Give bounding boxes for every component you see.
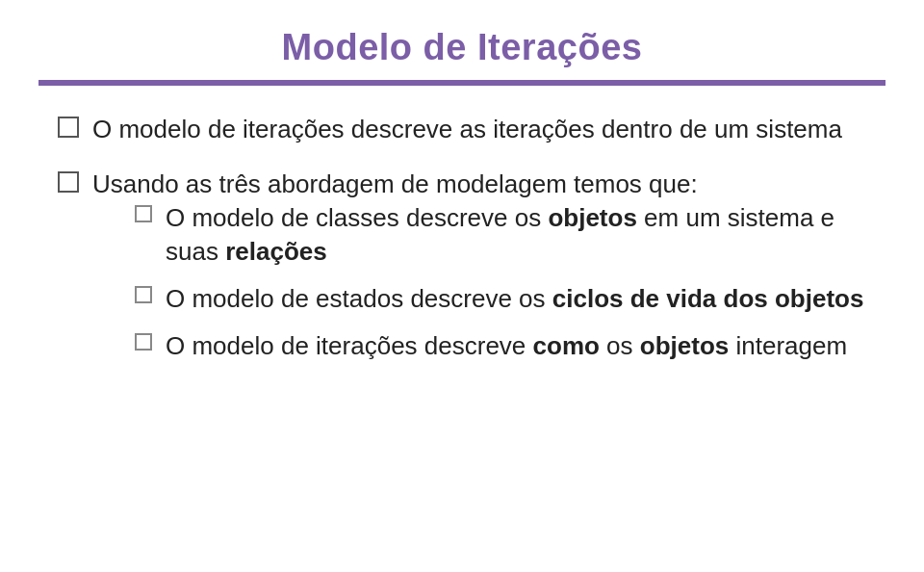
sub-bullet-text-1: O modelo de classes descreve os objetos …: [166, 201, 866, 269]
sub-bullet-text-3: O modelo de iterações descreve como os o…: [166, 329, 847, 363]
sub-bullet-icon-2: [135, 286, 152, 303]
sub-bullet-item-2: O modelo de estados descreve os ciclos d…: [135, 282, 866, 316]
bold-objetos-1: objetos: [548, 203, 636, 232]
bold-como: como: [533, 331, 600, 360]
bold-objetos-2: objetos: [640, 331, 729, 360]
bullet-item-1: O modelo de iterações descreve as iteraç…: [58, 113, 866, 146]
bullet-text-1: O modelo de iterações descreve as iteraç…: [92, 113, 842, 146]
bullet-icon-1: [58, 117, 79, 138]
bold-ciclos: ciclos de vida dos objetos: [552, 284, 864, 313]
slide-container: Modelo de Iterações O modelo de iteraçõe…: [0, 0, 924, 572]
bullet-icon-2: [58, 171, 79, 193]
sub-bullets: O modelo de classes descreve os objetos …: [135, 201, 866, 363]
sub-bullet-icon-3: [135, 333, 152, 351]
bullet-2-content: Usando as três abordagem de modelagem te…: [92, 168, 866, 377]
sub-bullet-text-2: O modelo de estados descreve os ciclos d…: [166, 282, 863, 316]
sub-bullet-item-1: O modelo de classes descreve os objetos …: [135, 201, 866, 269]
sub-bullet-item-3: O modelo de iterações descreve como os o…: [135, 329, 866, 363]
title-area: Modelo de Iterações: [0, 0, 924, 68]
sub-bullet-icon-1: [135, 205, 152, 222]
bullet-text-2: Usando as três abordagem de modelagem te…: [92, 169, 698, 198]
bold-relacoes: relações: [225, 237, 327, 266]
slide-title: Modelo de Iterações: [58, 27, 866, 68]
bullet-item-2: Usando as três abordagem de modelagem te…: [58, 168, 866, 377]
content-area: O modelo de iterações descreve as iteraç…: [0, 86, 924, 377]
